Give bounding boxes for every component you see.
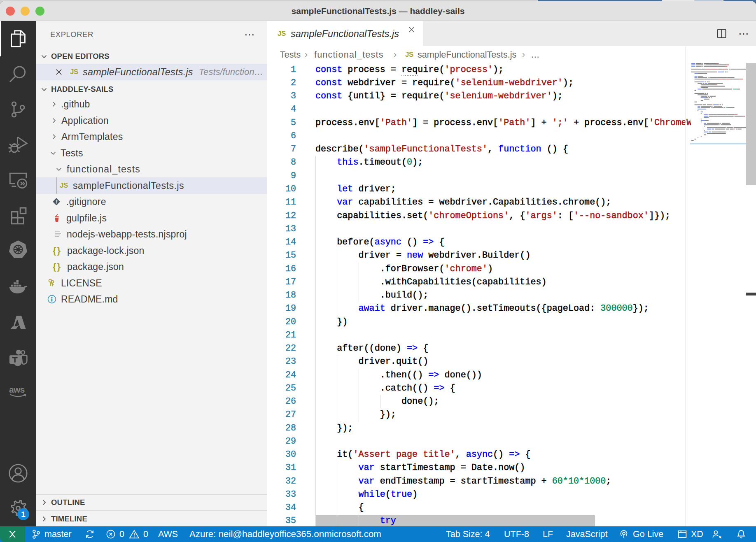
svg-text:aws: aws (9, 385, 25, 394)
